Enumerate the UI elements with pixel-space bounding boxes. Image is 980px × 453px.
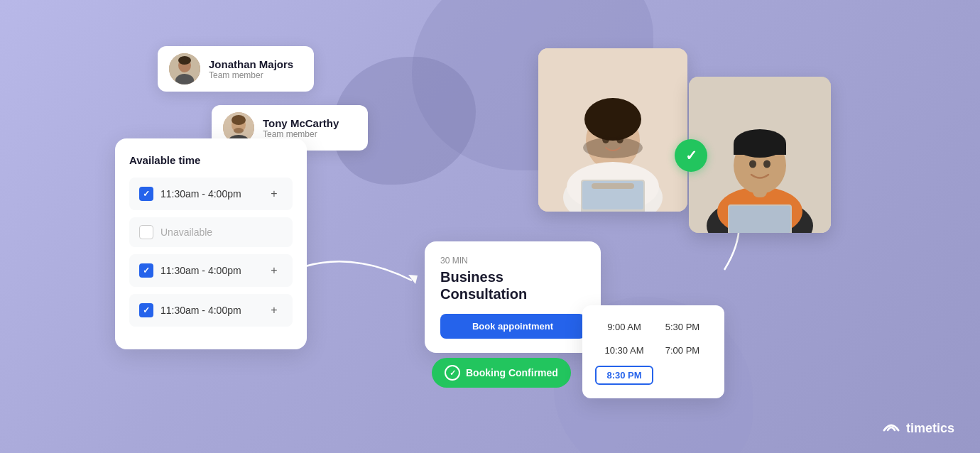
logo-svg [882, 419, 900, 433]
consultation-duration: 30 MIN [440, 256, 585, 266]
svg-rect-33 [729, 206, 790, 233]
book-appointment-button[interactable]: Book appointment [440, 314, 585, 339]
green-check-overlay: ✓ [675, 139, 707, 172]
plus-btn-4[interactable]: + [266, 302, 283, 319]
checkbox-3[interactable] [139, 263, 153, 278]
svg-point-20 [602, 135, 609, 143]
timeslot-830pm[interactable]: 8:30 PM [595, 366, 653, 385]
man-photo-bg [689, 77, 831, 233]
confirmed-check-icon: ✓ [445, 365, 460, 381]
team-card-jonathan: Jonathan Majors Team member [158, 46, 314, 92]
time-slot-3[interactable]: 11:30am - 4:00pm + [129, 254, 293, 287]
tony-role: Team member [263, 129, 339, 139]
timeslot-row-2: 10:30 AM 7:00 PM [595, 339, 712, 362]
svg-point-30 [749, 160, 756, 168]
booking-confirmed-label: Booking Confirmed [466, 367, 558, 378]
time-label-4: 11:30am - 4:00pm [160, 305, 258, 316]
tony-info: Tony McCarthy Team member [263, 117, 339, 139]
avatar-jonathan-svg [169, 53, 200, 84]
checkbox-2[interactable] [139, 225, 153, 239]
timeslot-row-1: 9:00 AM 5:30 PM [595, 315, 712, 339]
photo-card-man [689, 77, 831, 233]
available-time-panel: Available time 11:30am - 4:00pm + Unavai… [115, 138, 307, 349]
timeslot-9am[interactable]: 9:00 AM [595, 319, 653, 335]
booking-confirmed-badge: ✓ Booking Confirmed [432, 358, 571, 388]
timetics-logo: timetics [882, 419, 954, 437]
consultation-card: 30 MIN Business Consultation Book appoin… [425, 241, 601, 353]
checkbox-4[interactable] [139, 303, 153, 317]
timeslot-530pm[interactable]: 5:30 PM [653, 319, 712, 335]
available-time-title: Available time [129, 154, 293, 166]
svg-point-16 [583, 137, 643, 158]
timeslot-7pm[interactable]: 7:00 PM [653, 342, 712, 359]
svg-point-31 [763, 160, 771, 168]
svg-point-21 [616, 135, 624, 143]
svg-point-7 [234, 128, 244, 133]
arrow-left-to-center [298, 245, 440, 316]
svg-marker-9 [408, 275, 418, 284]
logo-text: timetics [906, 421, 954, 436]
jonathan-role: Team member [209, 70, 293, 80]
plus-btn-1[interactable]: + [266, 185, 283, 202]
avatar-jonathan [169, 53, 200, 84]
time-slot-4[interactable]: 11:30am - 4:00pm + [129, 294, 293, 327]
jonathan-info: Jonathan Majors Team member [209, 58, 293, 80]
plus-btn-3[interactable]: + [266, 262, 283, 279]
checkbox-1[interactable] [139, 187, 153, 201]
time-slot-1[interactable]: 11:30am - 4:00pm + [129, 178, 293, 210]
time-label-1: 11:30am - 4:00pm [160, 188, 258, 200]
photo-card-woman [538, 48, 687, 212]
time-label-2: Unavailable [160, 226, 283, 238]
jonathan-name: Jonathan Majors [209, 58, 293, 70]
woman-illustration [538, 48, 687, 212]
time-slot-2[interactable]: Unavailable [129, 217, 293, 247]
consultation-title: Business Consultation [440, 268, 585, 302]
svg-point-2 [178, 56, 191, 65]
svg-rect-29 [734, 144, 786, 155]
logo-icon [882, 419, 900, 437]
svg-rect-22 [592, 183, 634, 189]
woman-photo-bg [538, 48, 687, 212]
tony-name: Tony McCarthy [263, 117, 339, 129]
timeslot-1030am[interactable]: 10:30 AM [595, 342, 653, 359]
time-label-3: 11:30am - 4:00pm [160, 265, 258, 276]
timeslot-row-3: 8:30 PM [595, 362, 712, 388]
svg-point-6 [232, 115, 246, 125]
svg-point-15 [584, 98, 641, 141]
man-illustration [689, 77, 831, 233]
timeslots-card: 9:00 AM 5:30 PM 10:30 AM 7:00 PM 8:30 PM [582, 305, 724, 398]
